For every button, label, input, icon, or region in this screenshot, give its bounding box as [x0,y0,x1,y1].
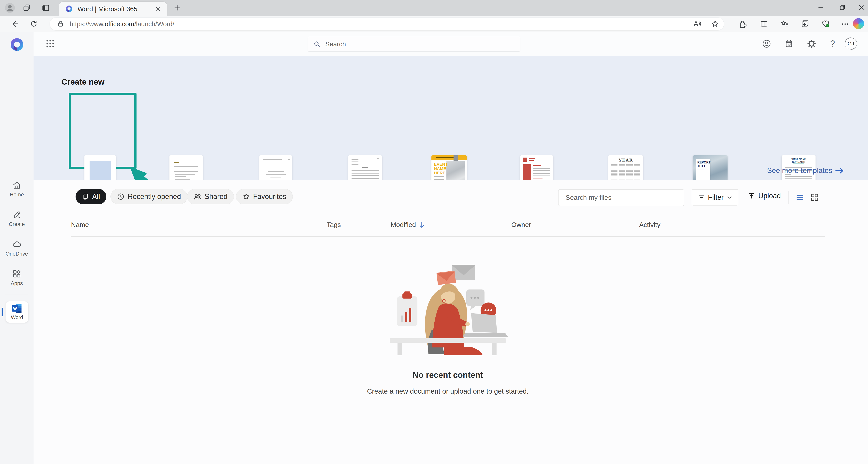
star-icon [243,193,250,200]
extensions-icon[interactable] [738,19,747,28]
whats-new-icon[interactable] [784,39,794,48]
list-view-button[interactable] [796,193,804,202]
flyer-headline: EVENT NAME HERE [434,162,446,175]
window-close-button[interactable] [857,3,866,12]
calendar-year-text: YEAR [609,158,643,163]
header-search-box[interactable] [308,37,520,52]
filter-tab-label: All [92,193,100,201]
filter-tab-label: Recently opened [128,193,181,201]
browser-menu-icon[interactable] [841,22,849,26]
office-sidebar: Home Create OneDrive Apps W Word [0,32,34,464]
empty-state-illustration [379,255,518,357]
favorite-star-icon[interactable] [711,20,719,28]
cv-name-text: FIRST NAME SURNAME [785,158,812,163]
upload-button[interactable]: Upload [748,192,781,200]
grid-view-icon [810,193,819,202]
search-my-files-input[interactable] [565,191,677,204]
funnel-icon [698,194,705,201]
tab-favicon [65,5,73,12]
see-more-templates-link[interactable]: See more templates [767,166,844,175]
table-header-divider [71,236,825,237]
microsoft-365-logo[interactable] [10,37,24,52]
chevron-down-icon [727,195,732,200]
sidebar-item-label: OneDrive [0,251,34,257]
filter-tab-favourites[interactable]: Favourites [236,189,293,204]
search-my-files-box[interactable] [558,189,684,206]
upload-button-label: Upload [758,192,781,200]
back-icon[interactable] [10,19,19,28]
sidebar-item-home[interactable]: Home [0,180,34,198]
account-avatar[interactable]: GJ [845,37,857,50]
address-bar[interactable]: https://www.office.com/launch/Word/ [50,18,724,30]
grid-view-button[interactable] [810,193,819,202]
filter-button[interactable]: Filter [692,189,738,205]
filter-tab-all[interactable]: All [75,189,106,204]
browser-tab-strip: Word | Microsoft 365 [0,0,868,16]
cloud-icon [11,239,22,249]
sidebar-item-label: Create [0,221,34,227]
active-app-indicator [2,308,3,316]
column-header-activity[interactable]: Activity [639,221,660,229]
browser-profile-icon[interactable] [5,3,15,13]
column-header-owner[interactable]: Owner [511,221,531,229]
url-scheme: https://www. [70,20,105,28]
filter-tab-recently-opened[interactable]: Recently opened [111,189,187,204]
browser-tab[interactable]: Word | Microsoft 365 [59,2,167,16]
tab-actions-menu-icon[interactable] [41,4,50,12]
sidebar-item-label: Word [5,314,28,321]
svg-text:W: W [13,306,17,311]
word-icon: W [12,303,22,313]
sidebar-item-word[interactable]: W Word [5,301,28,323]
documents-stack-icon [82,193,89,200]
collections-icon[interactable] [801,19,810,28]
read-aloud-icon[interactable] [693,20,701,28]
header-search-input[interactable] [325,38,507,50]
empty-state-title: No recent content [231,370,665,380]
apps-grid-icon [12,269,22,279]
browser-navbar: https://www.office.com/launch/Word/ [0,16,868,32]
filter-tab-label: Favourites [253,193,286,201]
pen-icon [12,210,22,220]
app-launcher-waffle-icon[interactable] [45,39,55,48]
refresh-icon[interactable] [29,19,38,28]
workspaces-icon[interactable] [23,4,31,12]
filter-tab-label: Shared [205,193,227,201]
clock-icon [117,193,124,200]
tab-title: Word | Microsoft 365 [78,5,137,13]
settings-gear-icon[interactable] [807,39,816,48]
column-header-label: Modified [391,221,416,229]
window-minimize-button[interactable] [816,3,825,12]
sidebar-item-label: Home [0,192,34,198]
create-new-section: Create new Blank document General notes [34,56,868,180]
office-header: ? GJ [34,32,868,56]
search-icon [313,41,320,48]
sidebar-item-onedrive[interactable]: OneDrive [0,239,34,257]
empty-state-subtitle: Create a new document or upload one to g… [231,387,665,395]
sidebar-item-create[interactable]: Create [0,210,34,227]
sidebar-item-label: Apps [0,280,34,287]
browser-essentials-icon[interactable] [821,19,830,28]
filter-tab-shared[interactable]: Shared [187,189,234,204]
feedback-smiley-icon[interactable] [762,39,771,48]
list-view-icon [796,193,804,202]
split-screen-icon[interactable] [760,19,769,28]
column-header-tags[interactable]: Tags [327,221,341,229]
window-restore-button[interactable] [838,3,847,12]
help-icon[interactable]: ? [830,39,835,48]
home-icon [12,180,22,190]
lock-icon [57,20,64,27]
new-tab-button[interactable] [173,4,181,12]
see-more-label: See more templates [767,166,832,175]
create-new-title: Create new [61,77,104,87]
sidebar-item-apps[interactable]: Apps [0,269,34,287]
copilot-icon[interactable] [853,18,864,29]
toolbar-divider [788,191,788,204]
favourites-list-icon[interactable] [780,19,789,28]
tab-close-icon[interactable] [154,5,161,12]
column-header-modified[interactable]: Modified [391,221,425,229]
sort-descending-icon [419,222,425,228]
report-title-text: REPORT TITLE [698,161,709,168]
url-path: /launch/Word/ [134,20,175,28]
screen: Word | Microsoft 365 [0,0,868,464]
column-header-name[interactable]: Name [71,221,89,229]
